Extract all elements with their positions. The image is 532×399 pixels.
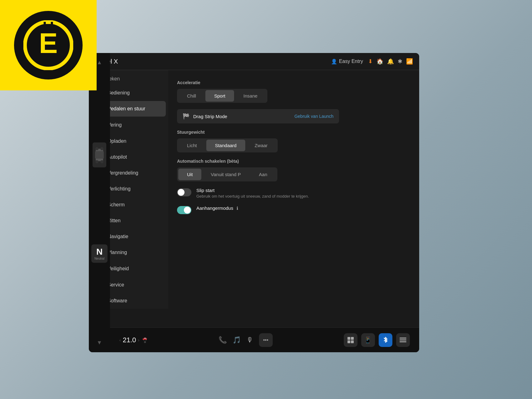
- trailer-mode-title: Aanhangermodus: [196, 205, 233, 211]
- svg-rect-11: [347, 337, 350, 340]
- car-svg: [94, 146, 105, 164]
- svg-rect-16: [400, 339, 406, 340]
- gear-current: N: [94, 247, 104, 257]
- chevron-left-icon: ‹: [119, 338, 121, 343]
- person-icon: 👤: [331, 59, 337, 65]
- shift-uit[interactable]: Uit: [178, 169, 201, 180]
- svg-point-10: [100, 147, 103, 150]
- trailer-mode-text: Aanhangermodus ℹ: [196, 205, 238, 211]
- bell-icon[interactable]: 🔔: [387, 58, 394, 65]
- nav-label-bediening: Bediening: [108, 90, 130, 96]
- svg-rect-17: [400, 341, 406, 342]
- easy-entry-label: Easy Entry: [339, 59, 363, 64]
- shift-aan[interactable]: Aan: [250, 169, 276, 180]
- signal-icon[interactable]: 📶: [406, 58, 413, 65]
- logo-box: E: [0, 0, 97, 90]
- bluetooth-app-icon[interactable]: [379, 333, 392, 347]
- svg-point-9: [95, 147, 98, 150]
- arrow-down: ▼: [97, 339, 102, 346]
- drag-strip-row[interactable]: 🏁 Drag Strip Mode Gebruik van Launch: [177, 109, 339, 123]
- mic-icon[interactable]: 🎙: [247, 336, 253, 344]
- chevron-right-icon: ›: [138, 338, 140, 343]
- content-panel: Acceleratie Chill Sport Insane 🏁 Drag St…: [168, 70, 419, 309]
- drag-strip-label: Drag Strip Mode: [193, 114, 227, 119]
- steer-light[interactable]: Licht: [178, 140, 206, 151]
- acceleration-header: Acceleratie: [177, 80, 410, 85]
- taskbar-center: 📞 🎵 🎙 •••: [218, 333, 273, 347]
- nav-label-veiligheid: Veiligheid: [108, 266, 129, 272]
- nav-label-pedalen: Pedalen en stuur: [108, 106, 145, 112]
- top-bar-right: 👤 Easy Entry ⬇ 🏠 🔔 ✱ 📶: [331, 58, 413, 65]
- drag-strip-left: 🏁 Drag Strip Mode: [183, 113, 227, 120]
- nav-label-scherm: Scherm: [108, 202, 125, 208]
- nav-label-navigatie: Navigatie: [108, 234, 128, 239]
- menu-icon-svg: [400, 338, 406, 343]
- temp-sub-icons: 🚗 ❄: [142, 336, 147, 344]
- grid-icon: [347, 336, 354, 344]
- accel-sport[interactable]: Sport: [205, 90, 234, 102]
- svg-text:E: E: [39, 28, 58, 59]
- music-icon[interactable]: 🎵: [232, 336, 241, 344]
- svg-point-7: [95, 160, 98, 163]
- gear-arrows-bottom: ▼: [97, 339, 102, 346]
- nav-label-service: Service: [108, 282, 124, 288]
- arrow-up: ▲: [97, 59, 102, 66]
- accel-chill[interactable]: Chill: [178, 90, 205, 102]
- easy-entry[interactable]: 👤 Easy Entry: [331, 59, 363, 65]
- bluetooth-icon-svg: [383, 337, 388, 344]
- home-icon[interactable]: 🏠: [376, 58, 383, 65]
- autoshift-group: Uit Vanuit stand P Aan: [177, 167, 277, 181]
- top-icons: ⬇ 🏠 🔔 ✱ 📶: [368, 58, 413, 65]
- top-bar: Model X 👤 Easy Entry ⬇ 🏠 🔔 ✱ 📶: [89, 53, 419, 70]
- flag-icon: 🏁: [183, 113, 189, 120]
- slip-start-title: Slip start: [196, 188, 309, 193]
- settings-app-icon[interactable]: [396, 333, 410, 347]
- neutral-badge: N Neutral: [91, 244, 108, 263]
- accel-insane[interactable]: Insane: [235, 90, 266, 102]
- phone-app-icon[interactable]: 📱: [361, 333, 375, 347]
- gear-strip: ▲ N Neutral ▼: [89, 53, 110, 352]
- nav-label-opladen: Opladen: [108, 138, 127, 144]
- logo-circle: E: [14, 11, 83, 79]
- trailer-mode-row: Aanhangermodus ℹ: [177, 205, 410, 214]
- taskbar-right: 📱: [344, 333, 410, 347]
- svg-rect-6: [95, 151, 104, 159]
- car-icon: [93, 142, 106, 167]
- autoshift-header: Automatisch schakelen (bèta): [177, 159, 410, 164]
- steer-standard[interactable]: Standaard: [206, 140, 245, 151]
- phone-icon[interactable]: 📞: [218, 336, 227, 344]
- download-icon[interactable]: ⬇: [368, 58, 373, 65]
- nav-label-vergrendeling: Vergrendeling: [108, 170, 138, 176]
- toggle-knob-trailer: [184, 207, 191, 214]
- svg-rect-12: [351, 337, 354, 340]
- slip-start-toggle[interactable]: [177, 188, 191, 196]
- svg-rect-15: [400, 338, 406, 339]
- more-apps-icon[interactable]: •••: [259, 333, 273, 347]
- logo-icon: E: [23, 20, 73, 70]
- toggle-knob-slip: [178, 189, 185, 196]
- nav-label-software: Software: [108, 298, 127, 304]
- svg-point-8: [100, 160, 103, 163]
- nav-label-verlichting: Verlichting: [108, 186, 131, 192]
- bluetooth-icon[interactable]: ✱: [398, 58, 402, 65]
- gear-label: Neutral: [94, 257, 104, 260]
- steer-heavy[interactable]: Zwaar: [246, 140, 276, 151]
- tesla-screen: ▲ N Neutral ▼ Model X 👤 Easy Entry: [89, 53, 419, 352]
- slip-start-text: Slip start Gebruik om het voertuig uit s…: [196, 188, 309, 199]
- trailer-info-icon[interactable]: ℹ: [237, 206, 238, 211]
- shift-vanuit[interactable]: Vanuit stand P: [202, 169, 249, 180]
- nav-label-planning: Planning: [108, 250, 127, 255]
- taskbar-left: ‹ 21.0 › 🚗 ❄: [119, 336, 147, 344]
- acceleration-group: Chill Sport Insane: [177, 89, 267, 103]
- taskbar: ‹ 21.0 › 🚗 ❄ 📞 🎵 🎙 ••• 📱: [110, 327, 419, 352]
- steering-group: Licht Standaard Zwaar: [177, 138, 278, 152]
- nav-label-autopilot: Autopilot: [108, 154, 127, 160]
- grid-app-icon[interactable]: [344, 333, 357, 347]
- launch-link[interactable]: Gebruik van Launch: [295, 114, 333, 119]
- svg-rect-14: [351, 340, 354, 343]
- temperature-display[interactable]: 21.0: [123, 336, 136, 344]
- slip-start-row: Slip start Gebruik om het voertuig uit s…: [177, 188, 410, 199]
- svg-rect-2: [46, 20, 48, 24]
- steering-header: Stuurgewicht: [177, 130, 410, 135]
- trailer-mode-toggle[interactable]: [177, 206, 191, 214]
